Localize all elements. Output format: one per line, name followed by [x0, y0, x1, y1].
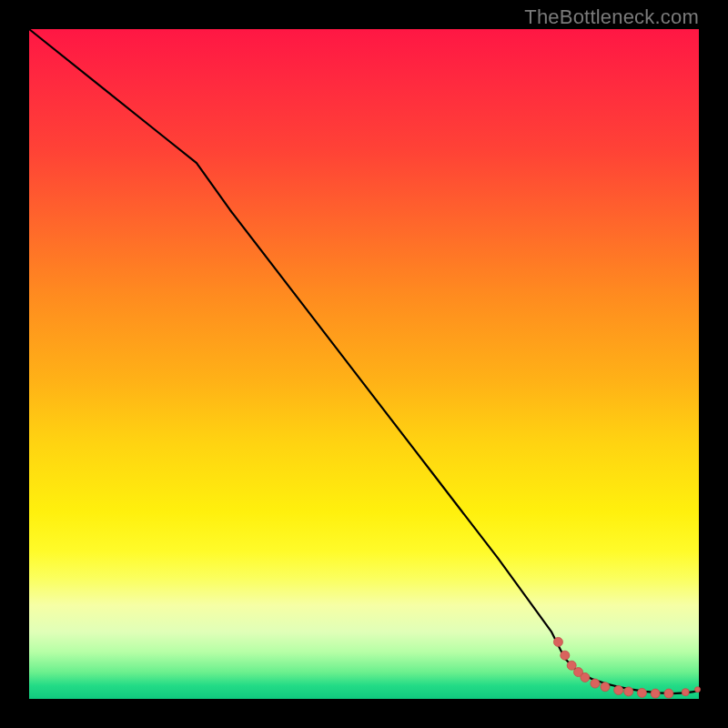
markers-group — [553, 637, 700, 698]
data-marker — [581, 672, 590, 682]
data-marker — [637, 688, 646, 697]
data-marker — [567, 661, 576, 670]
watermark-label: TheBottleneck.com — [524, 5, 699, 29]
data-marker — [664, 689, 673, 698]
data-marker — [614, 685, 623, 694]
data-marker — [695, 687, 701, 693]
data-marker — [624, 687, 633, 696]
data-marker — [651, 689, 660, 698]
data-marker — [591, 679, 600, 688]
chart-frame: TheBottleneck.com — [0, 0, 728, 728]
chart-overlay — [29, 29, 699, 699]
bottleneck-curve — [29, 29, 699, 693]
data-marker — [682, 689, 689, 696]
data-marker — [553, 637, 562, 646]
plot-area — [29, 29, 699, 699]
data-marker — [601, 682, 610, 692]
data-marker — [561, 651, 570, 660]
